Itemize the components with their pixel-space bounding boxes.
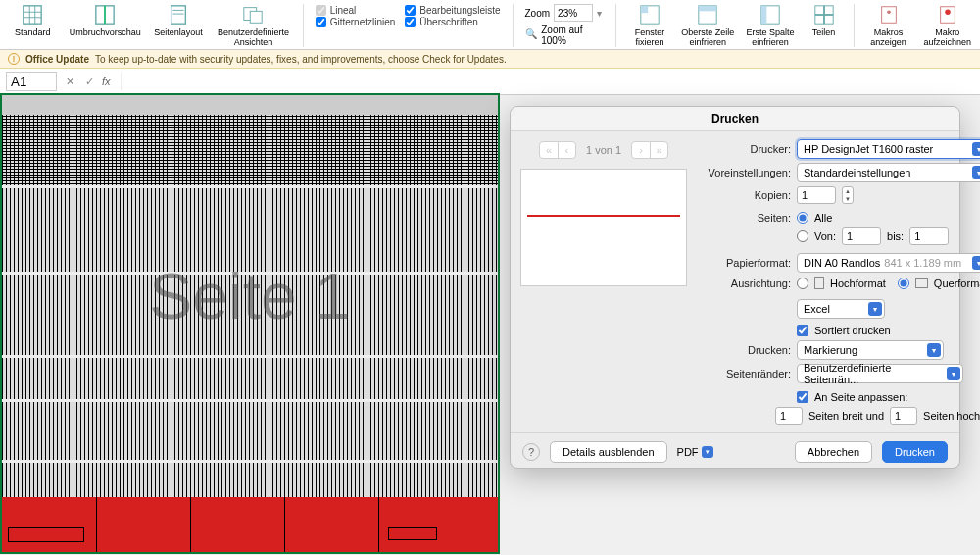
presets-select[interactable]: Standardeinstellungen — [797, 163, 980, 182]
copies-stepper[interactable]: ▲▼ — [842, 186, 854, 204]
chevron-down-icon — [702, 446, 713, 458]
print-what-label: Drucken: — [701, 344, 791, 356]
next-page-button[interactable]: › — [632, 142, 650, 158]
label: Umbruchvorschau — [70, 27, 141, 37]
record-macro[interactable]: Makro aufzeichnen — [920, 4, 974, 47]
svg-rect-21 — [881, 7, 896, 24]
fit-label: An Seite anpassen: — [814, 391, 907, 403]
label: Makro aufzeichnen — [920, 27, 974, 47]
confirm-icon[interactable]: ✓ — [82, 76, 96, 88]
view-custom[interactable]: Benutzerdefinierte Ansichten — [216, 4, 291, 47]
freeze-first-col[interactable]: Erste Spalte einfrieren — [745, 4, 797, 47]
cancel-icon[interactable]: ✕ — [63, 76, 76, 88]
print-dialog: Drucken « ‹ 1 von 1 › » Drucker: — [510, 106, 960, 469]
print-preview — [520, 169, 687, 286]
page-break — [2, 355, 498, 358]
page-indicator: 1 von 1 — [586, 144, 621, 156]
last-page-button[interactable]: » — [650, 142, 667, 158]
svg-rect-11 — [251, 11, 263, 23]
paper-select[interactable]: DIN A0 Randlos 841 x 1.189 mm — [797, 253, 980, 273]
help-button[interactable]: ? — [522, 443, 540, 461]
to-label: bis: — [887, 230, 904, 242]
margins-label: Seitenränder: — [701, 368, 791, 379]
check-lineal[interactable]: Lineal — [316, 5, 396, 16]
worksheet-area[interactable]: Seite 1 — [0, 93, 500, 554]
zoom-dropdown[interactable]: ▾ — [597, 8, 602, 19]
page-break — [2, 185, 498, 188]
split-button[interactable]: Teilen — [806, 4, 841, 37]
print-button[interactable]: Drucken — [882, 441, 948, 463]
freeze-row-icon — [695, 4, 720, 25]
from-input[interactable] — [842, 227, 881, 245]
freeze-icon — [637, 4, 662, 25]
show-macros[interactable]: Makros anzeigen — [866, 4, 911, 47]
update-title: Office Update — [25, 54, 89, 65]
cancel-button[interactable]: Abbrechen — [795, 441, 872, 463]
formula-input[interactable] — [121, 73, 974, 90]
ribbon: Standard Umbruchvorschau Seitenlayout Be… — [0, 0, 980, 50]
first-page-button[interactable]: « — [540, 142, 558, 158]
view-umbruch[interactable]: Umbruchvorschau — [70, 4, 141, 37]
printer-label: Drucker: — [701, 143, 791, 155]
name-box[interactable] — [6, 72, 57, 91]
zoom-group: Zoom ▾ 🔍 Zoom auf 100% — [525, 4, 605, 46]
print-what-select[interactable]: Markierung — [797, 340, 944, 360]
separator — [854, 4, 855, 47]
to-input[interactable] — [909, 227, 949, 245]
label: Fenster fixieren — [628, 27, 671, 47]
check-bearbleiste[interactable]: Bearbeitungsleiste — [405, 5, 500, 16]
pages-all-label: Alle — [814, 212, 832, 224]
fx-label: fx — [102, 76, 111, 87]
label: Erste Spalte einfrieren — [745, 27, 797, 47]
check-ueberschriften[interactable]: Überschriften — [405, 17, 500, 27]
chevron-down-icon — [972, 256, 981, 270]
chevron-down-icon — [927, 343, 941, 357]
from-label: Von: — [814, 230, 836, 242]
fit-checkbox[interactable] — [797, 391, 808, 403]
pages-all-radio[interactable] — [797, 212, 808, 224]
pdf-dropdown[interactable]: PDF — [677, 446, 713, 458]
landscape-icon — [915, 278, 928, 288]
view-seitenlayout[interactable]: Seitenlayout — [151, 4, 206, 37]
chevron-down-icon — [947, 367, 960, 380]
show-checks2: Bearbeitungsleiste Überschriften — [405, 4, 500, 28]
presets-label: Voreinstellungen: — [701, 167, 791, 178]
zoom-100-button[interactable]: 🔍 Zoom auf 100% — [525, 25, 605, 46]
app-select[interactable]: Excel — [797, 299, 885, 319]
freeze-panes[interactable]: Fenster fixieren — [628, 4, 671, 47]
pages-wide-input[interactable] — [775, 407, 803, 425]
printer-select[interactable]: HP DesignJet T1600 raster — [797, 139, 980, 159]
pages-wide-label: Seiten breit und — [808, 410, 884, 422]
label: Seitenlayout — [154, 27, 203, 37]
freeze-top-row[interactable]: Oberste Zeile einfrieren — [681, 4, 735, 47]
sheet-footer-zone — [2, 497, 498, 552]
svg-rect-0 — [24, 6, 41, 24]
magnifier-icon: 🔍 — [525, 28, 538, 42]
portrait-radio[interactable] — [797, 278, 808, 289]
zoom-label: Zoom — [525, 8, 551, 19]
custom-view-icon — [240, 4, 266, 25]
view-standard[interactable]: Standard — [6, 4, 60, 37]
grid-icon — [20, 4, 45, 25]
svg-rect-13 — [641, 6, 648, 13]
office-update-bar[interactable]: ! Office Update To keep up-to-date with … — [0, 50, 980, 69]
collate-checkbox[interactable] — [797, 325, 808, 336]
separator — [303, 4, 304, 47]
check-gitter[interactable]: Gitternetzlinien — [316, 17, 396, 27]
hide-details-button[interactable]: Details ausblenden — [550, 441, 667, 463]
separator — [513, 4, 514, 47]
portrait-label: Hochformat — [830, 278, 886, 289]
page-nav: « ‹ 1 von 1 › » — [520, 141, 687, 159]
chevron-down-icon — [972, 142, 981, 156]
pages-tall-input[interactable] — [890, 407, 917, 425]
macro-icon — [876, 4, 902, 25]
pages-range-radio[interactable] — [797, 230, 808, 242]
prev-page-button[interactable]: ‹ — [558, 142, 575, 158]
copies-input[interactable] — [797, 186, 836, 204]
copies-label: Kopien: — [701, 189, 791, 201]
record-icon — [935, 4, 960, 25]
zoom-input[interactable] — [554, 4, 593, 22]
margins-select[interactable]: Benutzerdefinierte Seitenrän... — [797, 364, 963, 383]
split-icon — [811, 4, 837, 25]
landscape-radio[interactable] — [898, 278, 909, 289]
